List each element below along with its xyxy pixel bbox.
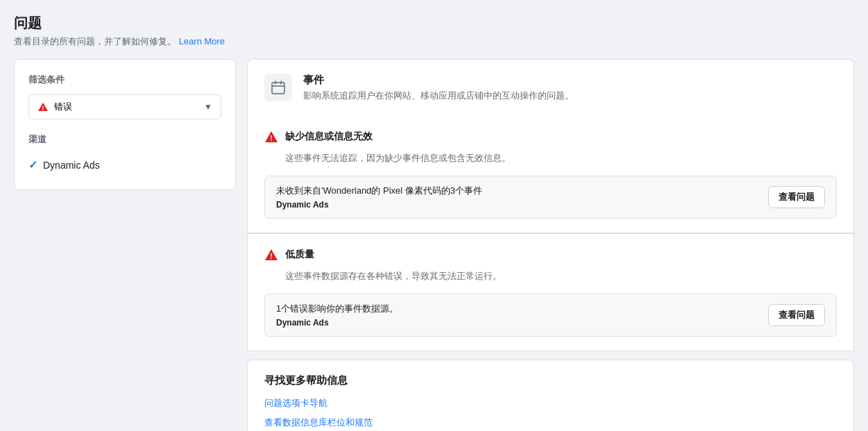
warning-icon-missing: !: [264, 130, 278, 144]
issue-quality-header: ! 低质量: [264, 248, 837, 262]
help-link-1[interactable]: 查看数据信息库栏位和规范: [264, 416, 837, 429]
svg-text:!: !: [270, 253, 272, 260]
check-icon: ✓: [28, 158, 37, 171]
page-header: 问题 查看目录的所有问题，并了解如何修复。 Learn More: [14, 14, 854, 48]
view-issue-quality-button[interactable]: 查看问题: [768, 304, 825, 326]
svg-text:!: !: [42, 105, 44, 112]
events-icon-box: [264, 74, 292, 101]
warning-icon-quality: !: [264, 248, 278, 262]
issue-missing-subtitle: 这些事件无法追踪，因为缺少事件信息或包含无效信息。: [285, 152, 837, 164]
help-link-0[interactable]: 问题选项卡导航: [264, 397, 837, 409]
issue-quality-info: 1个错误影响你的事件数据源。 Dynamic Ads: [276, 303, 398, 328]
error-triangle-icon: !: [37, 101, 49, 112]
issue-quality-section: ! 低质量 这些事件数据源存在各种错误，导致其无法正常运行。 1个错误影响你的事…: [247, 233, 854, 351]
issue-missing-header: ! 缺少信息或信息无效: [264, 130, 837, 144]
content-layout: 筛选条件 ! 错误 ▼ 渠道 ✓ Dynamic Ads: [14, 59, 854, 431]
issue-missing-section: ! 缺少信息或信息无效 这些事件无法追踪，因为缺少事件信息或包含无效信息。 未收…: [247, 116, 854, 233]
events-card: 事件 影响系统追踪用户在你网站、移动应用或店铺中的互动操作的问题。: [247, 59, 854, 116]
view-issue-missing-button[interactable]: 查看问题: [768, 186, 825, 208]
help-links: 问题选项卡导航查看数据信息库栏位和规范申请复审未通过审核的商品了解商品类别: [264, 397, 837, 431]
filter-dropdown-left: ! 错误: [37, 101, 72, 113]
issue-quality-title: 低质量: [285, 248, 314, 261]
chevron-down-icon: ▼: [204, 102, 212, 112]
page-subtitle: 查看目录的所有问题，并了解如何修复。 Learn More: [14, 35, 854, 48]
issue-missing-desc: 未收到来自'Wonderland的 Pixel 像素代码的3个事件: [276, 185, 482, 197]
issue-missing-channel: Dynamic Ads: [276, 200, 482, 210]
issue-quality-item: 1个错误影响你的事件数据源。 Dynamic Ads 查看问题: [264, 294, 837, 337]
page-title: 问题: [14, 14, 854, 33]
calendar-icon: [271, 80, 286, 95]
events-desc: 影响系统追踪用户在你网站、移动应用或店铺中的互动操作的问题。: [303, 90, 574, 102]
issue-quality-channel: Dynamic Ads: [276, 318, 398, 328]
help-section: 寻找更多帮助信息 问题选项卡导航查看数据信息库栏位和规范申请复审未通过审核的商品…: [247, 360, 854, 431]
events-info: 事件 影响系统追踪用户在你网站、移动应用或店铺中的互动操作的问题。: [303, 74, 574, 102]
filter-dropdown[interactable]: ! 错误 ▼: [28, 94, 221, 119]
main-content: 事件 影响系统追踪用户在你网站、移动应用或店铺中的互动操作的问题。 ! 缺少信息…: [247, 59, 854, 431]
issue-missing-title: 缺少信息或信息无效: [285, 130, 373, 143]
help-title: 寻找更多帮助信息: [264, 374, 837, 387]
issue-quality-subtitle: 这些事件数据源存在各种错误，导致其无法正常运行。: [285, 270, 837, 282]
issue-missing-item: 未收到来自'Wonderland的 Pixel 像素代码的3个事件 Dynami…: [264, 176, 837, 219]
events-title: 事件: [303, 74, 574, 87]
issue-missing-info: 未收到来自'Wonderland的 Pixel 像素代码的3个事件 Dynami…: [276, 185, 482, 210]
filter-section-title: 筛选条件: [28, 74, 221, 86]
issue-quality-desc: 1个错误影响你的事件数据源。: [276, 303, 398, 315]
learn-more-link[interactable]: Learn More: [179, 36, 225, 47]
page-container: 问题 查看目录的所有问题，并了解如何修复。 Learn More 筛选条件 ! …: [0, 0, 868, 431]
channel-name: Dynamic Ads: [43, 160, 100, 171]
svg-text:!: !: [270, 135, 272, 142]
sidebar: 筛选条件 ! 错误 ▼ 渠道 ✓ Dynamic Ads: [14, 59, 236, 190]
channel-item: ✓ Dynamic Ads: [28, 154, 221, 176]
subtitle-text: 查看目录的所有问题，并了解如何修复。: [14, 36, 176, 47]
filter-value: 错误: [54, 101, 72, 113]
svg-rect-2: [272, 83, 284, 94]
channel-section-title: 渠道: [28, 133, 221, 146]
